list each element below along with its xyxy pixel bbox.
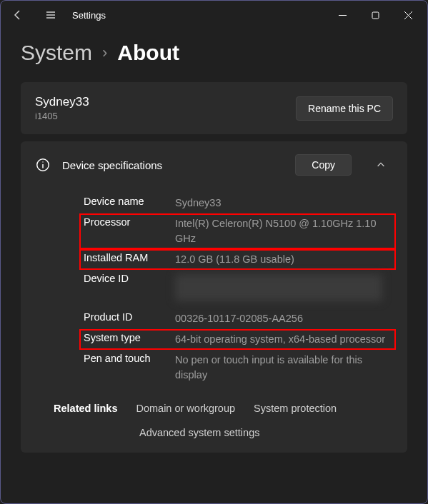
- spec-label: Pen and touch: [84, 353, 168, 383]
- chevron-right-icon: ›: [102, 44, 107, 62]
- close-button[interactable]: [392, 1, 424, 29]
- spec-label: Product ID: [84, 311, 168, 326]
- spec-value: Intel(R) Celeron(R) N5100 @ 1.10GHz 1.10…: [175, 216, 392, 246]
- spec-row-product-id: Product ID 00326-10117-02085-AA256: [84, 308, 374, 329]
- device-specifications-section: Device specifications Copy Device name S…: [21, 141, 407, 453]
- spec-label: Device ID: [84, 273, 168, 306]
- spec-row-device-name: Device name Sydney33: [84, 193, 374, 213]
- maximize-button[interactable]: [359, 1, 392, 29]
- pc-name-card: Sydney33 i1405 Rename this PC: [21, 82, 407, 134]
- spec-label: Device name: [84, 196, 168, 211]
- section-header[interactable]: Device specifications Copy: [21, 141, 407, 188]
- titlebar: Settings: [1, 1, 427, 29]
- related-label: Related links: [54, 403, 117, 414]
- spec-value: No pen or touch input is available for t…: [175, 353, 374, 383]
- breadcrumb: System › About: [1, 29, 427, 82]
- spec-value: 64-bit operating system, x64-based proce…: [175, 332, 385, 347]
- section-title: Device specifications: [62, 159, 284, 171]
- svg-rect-4: [372, 12, 379, 19]
- link-system-protection[interactable]: System protection: [254, 403, 337, 414]
- spec-label: System type: [84, 332, 168, 347]
- chevron-up-icon[interactable]: [369, 153, 393, 177]
- link-domain-workgroup[interactable]: Domain or workgroup: [136, 403, 235, 414]
- minimize-button[interactable]: [326, 1, 359, 29]
- spec-value-hidden: [175, 273, 382, 306]
- pc-name: Sydney33: [35, 95, 296, 109]
- spec-value: 00326-10117-02085-AA256: [175, 311, 303, 326]
- spec-value: Sydney33: [175, 196, 222, 211]
- breadcrumb-current: About: [117, 41, 179, 65]
- svg-point-9: [42, 161, 43, 162]
- spec-row-processor: Processor Intel(R) Celeron(R) N5100 @ 1.…: [79, 213, 396, 249]
- spec-row-device-id: Device ID: [84, 270, 374, 308]
- breadcrumb-parent[interactable]: System: [21, 41, 92, 65]
- spec-label: Installed RAM: [84, 252, 168, 267]
- related-links: Related links Domain or workgroup System…: [21, 385, 407, 438]
- rename-pc-button[interactable]: Rename this PC: [296, 96, 393, 121]
- spec-row-pen-touch: Pen and touch No pen or touch input is a…: [84, 350, 374, 385]
- spec-row-system-type: System type 64-bit operating system, x64…: [79, 329, 396, 350]
- menu-button[interactable]: [36, 1, 65, 29]
- info-icon: [35, 157, 51, 173]
- spec-label: Processor: [84, 216, 168, 246]
- spec-value: 12.0 GB (11.8 GB usable): [175, 252, 294, 267]
- pc-model: i1405: [35, 111, 296, 121]
- spec-row-ram: Installed RAM 12.0 GB (11.8 GB usable): [79, 249, 396, 270]
- link-advanced-system-settings[interactable]: Advanced system settings: [139, 427, 259, 438]
- copy-button[interactable]: Copy: [295, 154, 352, 176]
- app-title: Settings: [72, 10, 106, 21]
- back-button[interactable]: [4, 1, 32, 29]
